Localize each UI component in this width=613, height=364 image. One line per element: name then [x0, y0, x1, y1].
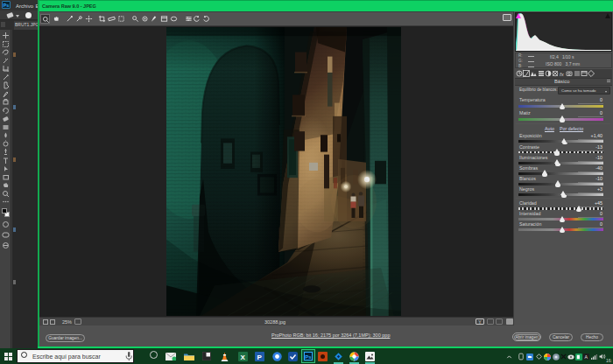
svg-text:X: X [240, 354, 245, 361]
svg-text:P: P [257, 354, 263, 361]
svg-text:A: A [585, 354, 588, 360]
svg-text:fx: fx [560, 72, 565, 77]
